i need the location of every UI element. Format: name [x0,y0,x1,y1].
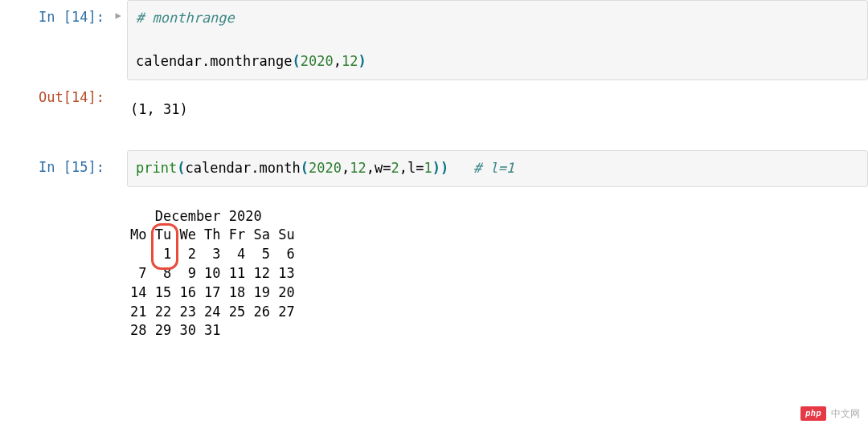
run-button-14[interactable]: ▶ [109,0,127,23]
code-ident: calendar [136,53,202,69]
calendar-output: December 2020 Mo Tu We Th Fr Sa Su 1 2 3… [127,201,868,348]
code-num: 2020 [309,160,342,176]
code-comma: , [342,160,350,176]
code-num: 2020 [301,53,334,69]
output-cell-15: December 2020 Mo Tu We Th Fr Sa Su 1 2 3… [0,187,868,361]
code-rparen: ) [440,160,448,176]
watermark: php 中文网 [800,406,860,421]
output-prompt-15 [0,187,109,195]
input-prompt-15: In [15]: [0,150,109,177]
code-input-15[interactable]: print(calendar.month(2020,12,w=2,l=1)) #… [127,150,868,186]
input-cell-14: In [14]: ▶ # monthrange calendar.monthra… [0,0,868,80]
watermark-text: 中文网 [831,407,860,421]
code-num: 12 [350,160,366,176]
output-text-14: (1, 31) [127,94,868,126]
run-arrow-icon: ▶ [115,10,121,23]
code-lparen: ( [177,160,185,176]
watermark-pill: php [800,406,826,421]
code-comment: # monthrange [136,10,235,26]
input-cell-15: In [15]: print(calendar.month(2020,12,w=… [0,150,868,186]
output-prompt-14: Out[14]: [0,80,109,108]
code-rparen: ) [358,53,366,69]
code-lparen: ( [293,53,301,69]
code-func: month [260,160,301,176]
input-prompt-14: In [14]: [0,0,109,27]
code-num: 12 [342,53,358,69]
code-dot: . [251,160,259,176]
code-num: 2 [391,160,399,176]
output-cell-14: Out[14]: (1, 31) [0,80,868,140]
code-eq: = [416,160,424,176]
run-col-15 [109,150,127,160]
code-comma: , [334,53,342,69]
code-comma: , [399,160,407,176]
annotation-highlight [151,223,178,270]
code-arg: w [375,160,383,176]
code-comment: # l=1 [473,160,514,176]
code-ident: calendar [185,160,251,176]
code-arg: l [407,160,416,176]
code-input-14[interactable]: # monthrange calendar.monthrange(2020,12… [127,0,868,80]
code-lparen: ( [301,160,309,176]
code-num: 1 [424,160,432,176]
spacer [0,139,868,150]
code-eq: = [383,160,391,176]
code-print: print [136,160,177,176]
code-space [448,160,473,176]
code-rparen: ) [432,160,440,176]
code-func: monthrange [210,53,292,69]
code-comma: , [366,160,375,176]
code-dot: . [202,53,210,69]
